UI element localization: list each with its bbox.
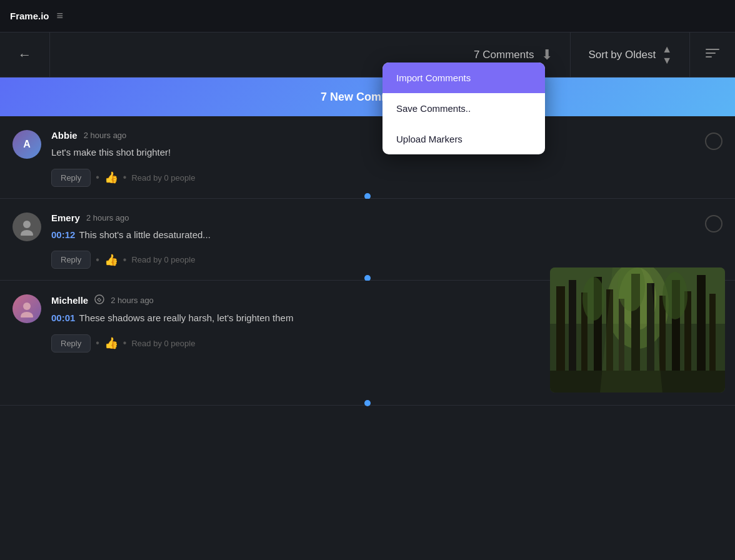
- avatar-wrapper: [12, 294, 41, 394]
- unread-dot: [364, 400, 371, 406]
- sort-section[interactable]: Sort by Oldest ▲▼: [571, 32, 690, 78]
- reply-button[interactable]: Reply: [51, 334, 91, 352]
- comment-header: Abbie 2 hours ago: [51, 130, 695, 141]
- svg-point-4: [21, 230, 33, 236]
- comment-actions: Reply • 👍 • Read by 0 people: [51, 169, 695, 187]
- svg-point-7: [95, 295, 104, 304]
- dropdown-item-save[interactable]: Save Comments..: [382, 93, 545, 124]
- edit-icon: [94, 294, 104, 306]
- like-button[interactable]: 👍: [104, 336, 118, 350]
- avatar: A: [12, 130, 41, 159]
- comment-time: 2 hours ago: [84, 131, 127, 140]
- dropdown-item-import[interactable]: Import Comments: [382, 62, 545, 93]
- avatar: [12, 294, 41, 323]
- app-name: Frame.io: [10, 11, 49, 21]
- dot-separator: •: [96, 338, 99, 349]
- dropdown-item-label: Import Comments: [396, 72, 471, 83]
- forest-thumbnail: [550, 268, 725, 392]
- comment-checkbox[interactable]: [705, 215, 722, 232]
- like-button[interactable]: 👍: [104, 171, 118, 184]
- dropdown-item-label: Upload Markers: [396, 134, 462, 144]
- svg-point-26: [582, 277, 605, 321]
- dropdown-menu: Import Comments Save Comments.. Upload M…: [382, 62, 545, 154]
- dot-separator: •: [123, 338, 127, 349]
- reply-button[interactable]: Reply: [51, 251, 91, 269]
- sort-arrow-icon: ▲▼: [662, 44, 672, 66]
- comment-author: Emery: [51, 212, 80, 223]
- comment-checkbox[interactable]: [705, 132, 722, 150]
- comment-actions: Reply • 👍 • Read by 0 people: [51, 251, 695, 269]
- dropdown-item-upload[interactable]: Upload Markers: [382, 124, 545, 154]
- svg-point-5: [23, 302, 31, 310]
- new-comments-banner[interactable]: 7 New Comments: [0, 78, 735, 116]
- comment-header: Emery 2 hours ago: [51, 212, 695, 223]
- comment-item: Michelle 2 hours ago 00:01These shadows …: [0, 281, 735, 406]
- avatar-wrapper: [12, 212, 41, 269]
- back-arrow-icon: ←: [18, 47, 32, 63]
- filter-icon: [705, 47, 720, 62]
- comment-author: Michelle: [51, 295, 88, 306]
- avatar-wrapper: A: [12, 130, 41, 187]
- menu-icon[interactable]: ≡: [57, 9, 64, 22]
- svg-point-3: [23, 221, 31, 228]
- comment-time: 2 hours ago: [111, 296, 154, 305]
- timestamp-link[interactable]: 00:12: [51, 229, 75, 240]
- top-bar: Frame.io ≡: [0, 0, 735, 32]
- comment-text: 00:12This shot's a little desaturated...: [51, 228, 695, 242]
- comment-author: Abbie: [51, 130, 78, 141]
- comment-item: A Abbie 2 hours ago Let's make this shot…: [0, 116, 735, 199]
- read-by: Read by 0 people: [131, 255, 195, 264]
- dot-separator: •: [123, 254, 127, 266]
- avatar-initials: A: [23, 139, 31, 150]
- comment-text: Let's make this shot brighter!: [51, 146, 695, 160]
- dropdown-item-label: Save Comments..: [396, 103, 471, 114]
- read-by: Read by 0 people: [131, 173, 195, 182]
- dot-separator: •: [96, 254, 99, 266]
- reply-button[interactable]: Reply: [51, 169, 91, 187]
- download-icon[interactable]: ⬇: [541, 47, 552, 63]
- comment-body: Abbie 2 hours ago Let's make this shot b…: [51, 130, 695, 187]
- timestamp-link[interactable]: 00:01: [51, 312, 75, 323]
- filter-section[interactable]: [690, 32, 735, 78]
- comment-time: 2 hours ago: [86, 213, 129, 222]
- comment-body: Emery 2 hours ago 00:12This shot's a lit…: [51, 212, 695, 269]
- sort-label: Sort by Oldest: [588, 49, 656, 61]
- like-button[interactable]: 👍: [104, 253, 118, 267]
- comments-list: A Abbie 2 hours ago Let's make this shot…: [0, 116, 735, 560]
- comments-count-label: 7 Comments: [474, 49, 534, 61]
- header-row: ← 7 Comments ⬇ Sort by Oldest ▲▼: [0, 32, 735, 78]
- svg-point-28: [662, 272, 688, 319]
- read-by: Read by 0 people: [131, 339, 195, 348]
- svg-point-6: [21, 312, 33, 318]
- back-button[interactable]: ←: [0, 32, 50, 78]
- dot-separator: •: [123, 172, 127, 183]
- avatar: [12, 212, 41, 241]
- dot-separator: •: [96, 172, 99, 183]
